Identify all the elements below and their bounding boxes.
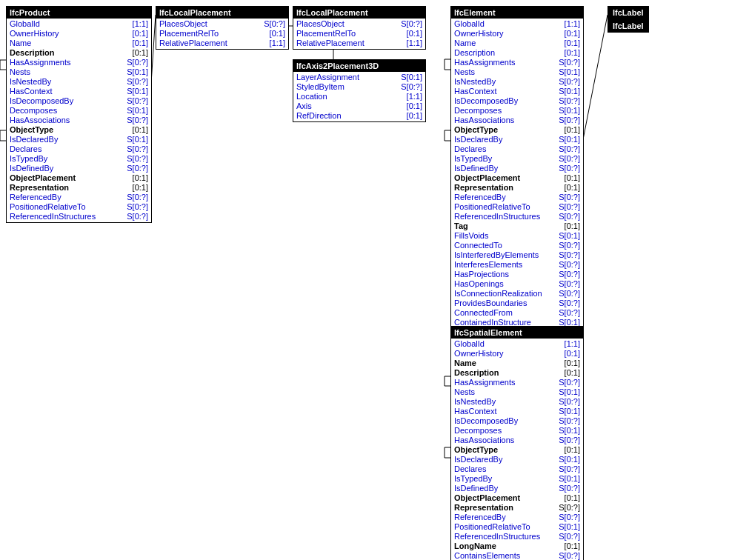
attr-name: Name bbox=[454, 39, 476, 48]
attr-name: PositionedRelativeTo bbox=[454, 202, 530, 212]
attr-name: Location bbox=[296, 92, 327, 101]
attr-row: RefDirection [0:1] bbox=[293, 111, 425, 121]
attr-name: ObjectPlacement bbox=[10, 173, 76, 183]
attr-name: Nests bbox=[454, 67, 475, 77]
attr-mult: S[0:?] bbox=[558, 116, 580, 125]
attr-row: HasAssignments S[0:?] bbox=[451, 58, 583, 67]
attr-name: FillsVoids bbox=[454, 231, 488, 241]
attr-mult: S[0:?] bbox=[558, 270, 580, 279]
attr-mult: [0:1] bbox=[558, 221, 580, 231]
attr-mult: S[0:?] bbox=[558, 308, 580, 318]
attr-row: ConnectedFrom S[0:?] bbox=[451, 308, 583, 318]
attr-row: HasContext S[0:1] bbox=[451, 87, 583, 96]
attr-mult: S[0:?] bbox=[558, 436, 580, 445]
attr-mult: S[0:?] bbox=[558, 503, 580, 513]
class-header-ifcelement: IfcElement bbox=[451, 7, 583, 19]
attr-row: GlobalId [1:1] bbox=[451, 19, 583, 29]
attr-name: PositionedRelativeTo bbox=[10, 202, 86, 212]
attr-mult: [0:1] bbox=[558, 359, 580, 368]
class-header-ifcspatialelement: IfcSpatialElement bbox=[451, 327, 583, 339]
attr-mult: S[0:1] bbox=[126, 87, 148, 96]
attr-name: ReferencedInStructures bbox=[454, 532, 540, 541]
attr-name: ProvidesBoundaries bbox=[454, 299, 527, 308]
attr-row: ObjectType [0:1] bbox=[451, 125, 583, 135]
attr-row: Representation [0:1] bbox=[451, 183, 583, 193]
attr-mult: S[0:1] bbox=[126, 135, 148, 144]
attr-mult: [1:1] bbox=[558, 19, 580, 29]
attr-mult: [0:1] bbox=[558, 349, 580, 359]
attr-mult: [0:1] bbox=[126, 125, 148, 135]
class-box-ifcelement: IfcElement GlobalId [1:1] OwnerHistory [… bbox=[450, 6, 584, 339]
attr-name: Representation bbox=[454, 503, 513, 513]
attr-row: IsDefinedBy S[0:?] bbox=[451, 484, 583, 493]
attr-row: IsConnectionRealization S[0:?] bbox=[451, 289, 583, 299]
attr-name: HasOpenings bbox=[454, 279, 504, 289]
attr-row: HasContext S[0:1] bbox=[7, 87, 151, 96]
attr-name: IsTypedBy bbox=[10, 154, 47, 164]
attr-row-declares: Declares S[0:?] bbox=[451, 464, 583, 474]
attr-row: ProvidesBoundaries S[0:?] bbox=[451, 299, 583, 308]
attr-name: StyledByItem bbox=[296, 82, 344, 92]
class-header-ifcproduct: IfcProduct bbox=[7, 7, 151, 19]
attr-mult: S[0:?] bbox=[126, 212, 148, 221]
attr-name: LayerAssignment bbox=[296, 73, 359, 82]
attr-row-declares: Declares S[0:?] bbox=[7, 144, 151, 154]
attr-row: IsDecomposedBy S[0:?] bbox=[451, 416, 583, 426]
attr-mult: S[0:?] bbox=[558, 532, 580, 541]
attr-mult: S[0:1] bbox=[400, 73, 422, 82]
attr-row: Location [1:1] bbox=[293, 92, 425, 101]
attr-mult: S[0:?] bbox=[558, 250, 580, 260]
attr-name: IsNestedBy bbox=[10, 77, 51, 87]
attr-name: ObjectPlacement bbox=[454, 173, 520, 183]
attr-row: ReferencedBy S[0:?] bbox=[7, 193, 151, 202]
attr-mult: S[0:?] bbox=[263, 19, 285, 29]
attr-row: IsDeclaredBy S[0:1] bbox=[451, 135, 583, 144]
attr-name: IsTypedBy bbox=[454, 154, 492, 164]
attr-row: ConnectedTo S[0:?] bbox=[451, 241, 583, 250]
attr-row: ReferencedBy S[0:?] bbox=[451, 193, 583, 202]
attr-row: PositionedRelativeTo S[0:?] bbox=[451, 202, 583, 212]
attr-mult: [0:1] bbox=[558, 48, 580, 58]
attr-mult: [0:1] bbox=[558, 29, 580, 39]
attr-row: IsDeclaredBy S[0:1] bbox=[451, 455, 583, 464]
attr-mult: S[0:?] bbox=[558, 58, 580, 67]
attr-mult: [0:1] bbox=[558, 125, 580, 135]
attr-name: ObjectType bbox=[454, 125, 498, 135]
attr-name: ReferencedInStructures bbox=[454, 212, 540, 221]
attr-mult: [0:1] bbox=[558, 173, 580, 183]
attr-row: HasAssociations S[0:?] bbox=[451, 116, 583, 125]
attr-name: IsDefinedBy bbox=[454, 164, 498, 173]
attr-mult: [1:1] bbox=[558, 339, 580, 349]
attr-name: ObjectType bbox=[454, 445, 498, 455]
attr-mult: S[0:?] bbox=[126, 202, 148, 212]
attr-mult: [0:1] bbox=[558, 368, 580, 378]
attr-mult: S[0:1] bbox=[558, 455, 580, 464]
attr-mult: [0:1] bbox=[558, 183, 580, 193]
attr-row: Decomposes S[0:1] bbox=[451, 106, 583, 116]
class-box-ifclocalplacement1: IfcLocalPlacement PlacesObject S[0:?] Pl… bbox=[156, 6, 289, 50]
attr-name: PositionedRelativeTo bbox=[454, 522, 530, 532]
attr-mult: S[0:?] bbox=[558, 193, 580, 202]
attr-mult: S[0:?] bbox=[558, 378, 580, 387]
attr-row: RelativePlacement [1:1] bbox=[293, 39, 425, 48]
attr-mult: [0:1] bbox=[558, 541, 580, 551]
class-body-ifcproduct: GlobalId [1:1] OwnerHistory [0:1] Name [… bbox=[7, 19, 151, 222]
attr-mult: [0:1] bbox=[126, 183, 148, 193]
attr-row: IsNestedBy S[0:?] bbox=[7, 77, 151, 87]
attr-mult: S[0:?] bbox=[558, 464, 580, 474]
attr-row: ObjectType [0:1] bbox=[451, 445, 583, 455]
attr-row-declares: Declares S[0:?] bbox=[451, 144, 583, 154]
attr-name: ReferencedInStructures bbox=[10, 212, 96, 221]
attr-mult: S[0:?] bbox=[558, 279, 580, 289]
attr-row: LongName [0:1] bbox=[451, 541, 583, 551]
attr-name: IsTypedBy bbox=[454, 474, 492, 484]
attr-row: OwnerHistory [0:1] bbox=[7, 29, 151, 39]
attr-row: IsInterferedByElements S[0:?] bbox=[451, 250, 583, 260]
attr-mult: S[0:?] bbox=[558, 289, 580, 299]
attr-row: IsTypedBy S[0:?] bbox=[451, 154, 583, 164]
attr-name: PlacementRelTo bbox=[159, 29, 219, 39]
class-box-ifclocalplacement2: IfcLocalPlacement PlacesObject S[0:?] Pl… bbox=[293, 6, 426, 50]
attr-row: HasAssociations S[0:?] bbox=[451, 436, 583, 445]
attr-mult: S[0:1] bbox=[558, 67, 580, 77]
attr-row: ContainsElements S[0:?] bbox=[451, 551, 583, 560]
